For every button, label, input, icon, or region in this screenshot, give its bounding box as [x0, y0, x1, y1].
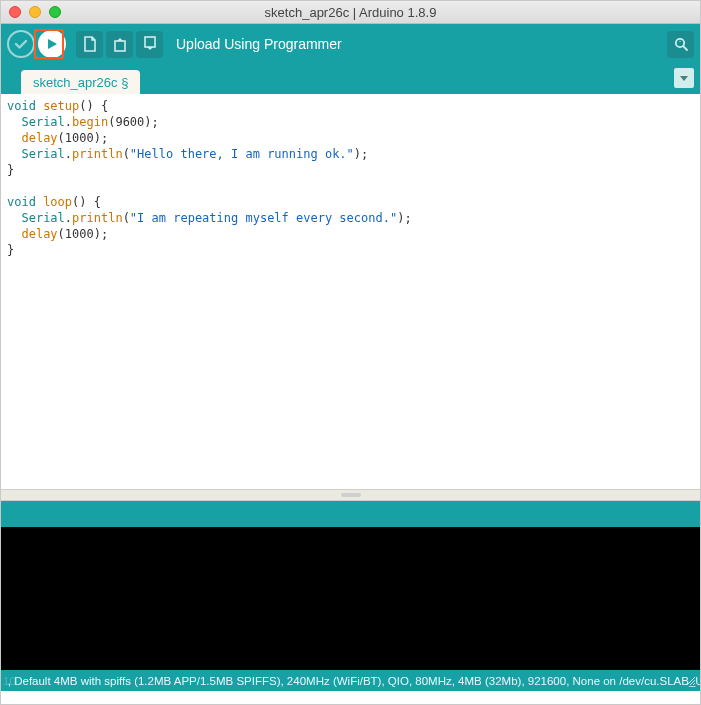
window-titlebar: sketch_apr26c | Arduino 1.8.9 [1, 1, 700, 24]
svg-rect-1 [115, 41, 125, 51]
pane-resize-handle[interactable] [1, 489, 700, 501]
verify-button[interactable] [7, 30, 35, 58]
tab-bar: sketch_apr26c § [1, 64, 700, 94]
message-bar [1, 501, 700, 527]
code-editor[interactable]: void setup() { Serial.begin(9600); delay… [1, 94, 700, 489]
open-sketch-button[interactable] [106, 31, 133, 58]
svg-line-11 [693, 683, 695, 685]
svg-marker-2 [117, 38, 123, 41]
close-window-button[interactable] [9, 6, 21, 18]
svg-line-6 [683, 46, 687, 50]
serial-monitor-button[interactable] [667, 31, 694, 58]
resize-grip-icon[interactable] [684, 674, 696, 688]
toolbar: Upload Using Programmer [1, 24, 700, 64]
status-board-info: , Default 4MB with spiffs (1.2MB APP/1.5… [8, 675, 700, 687]
window-controls [9, 6, 61, 18]
svg-rect-3 [145, 37, 155, 47]
toolbar-status-text: Upload Using Programmer [176, 36, 664, 52]
upload-button[interactable] [38, 30, 66, 58]
svg-marker-8 [680, 76, 688, 81]
status-bar: 10 , Default 4MB with spiffs (1.2MB APP/… [1, 670, 700, 691]
tab-active[interactable]: sketch_apr26c § [21, 70, 140, 94]
svg-marker-4 [147, 47, 153, 50]
save-sketch-button[interactable] [136, 31, 163, 58]
window-title: sketch_apr26c | Arduino 1.8.9 [1, 5, 700, 20]
new-sketch-button[interactable] [76, 31, 103, 58]
status-line-indicator: 10 [3, 675, 16, 687]
tab-menu-button[interactable] [674, 68, 694, 88]
minimize-window-button[interactable] [29, 6, 41, 18]
svg-marker-0 [48, 39, 57, 49]
console-output[interactable] [1, 527, 700, 670]
zoom-window-button[interactable] [49, 6, 61, 18]
tab-label: sketch_apr26c § [33, 75, 128, 90]
